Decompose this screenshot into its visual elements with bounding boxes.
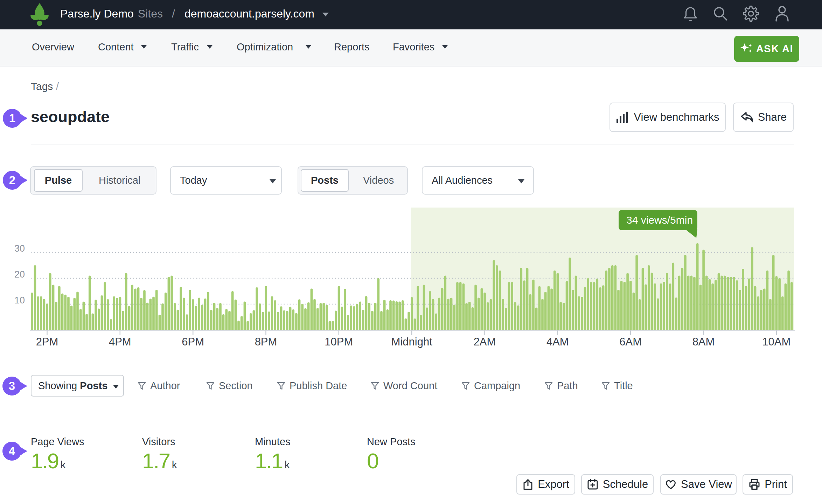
svg-text:6AM: 6AM xyxy=(619,336,642,348)
svg-text:10PM: 10PM xyxy=(325,336,353,348)
svg-text:4: 4 xyxy=(9,444,15,457)
svg-text:3: 3 xyxy=(9,379,15,392)
svg-text:10AM: 10AM xyxy=(762,336,790,348)
svg-text:34 views/5min: 34 views/5min xyxy=(626,214,693,226)
svg-text:8AM: 8AM xyxy=(692,336,715,348)
svg-text:4AM: 4AM xyxy=(546,336,569,348)
svg-text:8PM: 8PM xyxy=(255,336,277,348)
svg-text:4PM: 4PM xyxy=(109,336,131,348)
svg-text:10: 10 xyxy=(14,295,25,306)
svg-text:20: 20 xyxy=(14,269,25,280)
svg-text:6PM: 6PM xyxy=(182,336,204,348)
svg-text:1: 1 xyxy=(9,112,15,125)
svg-text:2: 2 xyxy=(9,174,15,187)
svg-text:2AM: 2AM xyxy=(474,336,496,348)
svg-text:2PM: 2PM xyxy=(36,336,58,348)
svg-text:Midnight: Midnight xyxy=(391,336,433,348)
svg-text:30: 30 xyxy=(14,243,25,254)
